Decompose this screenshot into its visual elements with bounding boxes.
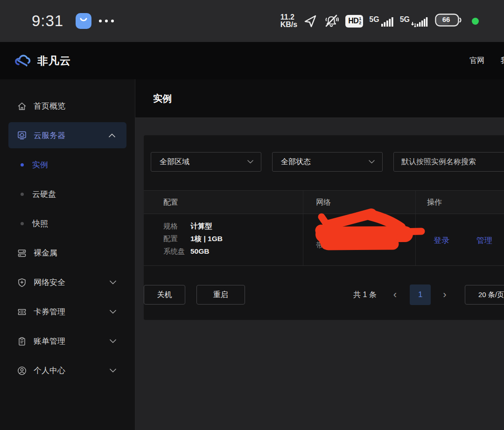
location-arrow-icon: [303, 14, 317, 28]
spec-value: 计算型: [190, 222, 212, 230]
chevron-down-icon: [110, 280, 116, 284]
page-number-button[interactable]: 1: [410, 284, 431, 305]
actions-cell: 登录 管理: [415, 214, 504, 265]
table-row: 规格计算型 配置1核 | 1GB 系统盘50GB 公网IP 带宽10Mbps 登…: [144, 214, 504, 266]
sidebar-item-coupons[interactable]: 卡券管理: [0, 297, 135, 326]
sidebar-item-label: 云硬盘: [32, 189, 56, 200]
public-ip-label: 公网IP: [316, 226, 338, 239]
cloud-server-icon: [17, 130, 27, 140]
network-cell: 公网IP 带宽10Mbps: [303, 214, 415, 265]
status-indicators: 11.2 KB/s HD 1 2 5G: [280, 0, 479, 42]
chevron-down-icon: [110, 339, 116, 343]
manage-link[interactable]: 管理: [476, 235, 492, 265]
signal-sim1: 5G: [369, 15, 393, 27]
recording-dot-icon: [472, 18, 479, 25]
filter-bar: 全部区域 全部状态: [151, 152, 504, 172]
sidebar-item-home[interactable]: 首页概览: [0, 91, 135, 121]
network-speed: 11.2 KB/s: [280, 14, 297, 29]
battery-level: 66: [435, 15, 457, 23]
page-title-band: 实例: [135, 79, 504, 118]
config-value: 1核 | 1GB: [190, 235, 223, 243]
sidebar-subitem-instances[interactable]: 实例: [0, 150, 135, 180]
app-header: 非凡云 官网 我: [0, 42, 504, 79]
home-icon: [17, 101, 27, 111]
brand: 非凡云: [14, 53, 71, 68]
sidebar-item-billing[interactable]: 账单管理: [0, 326, 135, 356]
total-count: 共 1 条: [353, 290, 377, 300]
sidebar-subitem-cloud-disk[interactable]: 云硬盘: [0, 180, 135, 209]
sig1-label: 5G: [369, 16, 379, 23]
hd-sim2: 2: [359, 21, 361, 25]
column-header-network: 网络: [303, 191, 415, 214]
disk-value: 50GB: [190, 247, 210, 255]
pagination: 共 1 条 ‹ 1 › 20 条/页: [353, 284, 504, 305]
ticket-icon: [17, 307, 27, 317]
config-label: 配置: [163, 232, 190, 245]
chevron-down-icon: [110, 368, 116, 373]
official-site-link[interactable]: 官网: [469, 56, 484, 66]
prev-page-chevron-icon[interactable]: ‹: [393, 290, 397, 300]
sidebar-item-label: 账单管理: [34, 336, 65, 347]
search-input[interactable]: [393, 152, 504, 172]
column-header-actions: 操作: [415, 191, 504, 214]
sidebar-item-bare-metal[interactable]: 裸金属: [0, 238, 135, 268]
signal-bars-activity-icon: [411, 15, 428, 27]
battery-indicator: 66: [435, 14, 462, 28]
speed-value: 11.2: [280, 14, 297, 21]
table-footer: 关机 重启 共 1 条 ‹ 1 › 20 条/页: [144, 284, 504, 305]
server-stack-icon: [17, 248, 27, 258]
header-partial-link[interactable]: 我: [501, 56, 504, 66]
sidebar-item-label: 个人中心: [34, 365, 65, 376]
brand-name: 非凡云: [37, 54, 71, 68]
sidebar-item-label: 网络安全: [34, 277, 65, 288]
ellipsis-icon: [99, 20, 114, 22]
signal-sim2: 5G: [400, 15, 428, 27]
disk-label: 系统盘: [163, 245, 190, 257]
next-page-chevron-icon[interactable]: ›: [443, 290, 446, 300]
bell-muted-icon: [323, 14, 339, 28]
sidebar-subitem-snapshot[interactable]: 快照: [0, 209, 135, 238]
bullet-dot-icon: [21, 193, 24, 196]
page-title: 实例: [153, 92, 172, 105]
cloud-logo-icon: [14, 53, 32, 68]
bullet-dot-icon: [21, 163, 24, 166]
sidebar-item-label: 实例: [32, 160, 48, 170]
sidebar-item-label: 裸金属: [34, 248, 57, 258]
table-header: 配置 网络 操作: [144, 190, 504, 214]
clipboard-icon: [17, 336, 27, 347]
sidebar-item-cloud-server[interactable]: 云服务器: [8, 122, 126, 148]
spec-label: 规格: [163, 220, 190, 232]
sidebar-item-label: 首页概览: [34, 101, 65, 111]
chevron-down-icon: [247, 160, 253, 164]
status-bar: 9:31 11.2 KB/s HD 1 2: [0, 0, 504, 42]
status-select-value: 全部状态: [281, 157, 311, 167]
login-link[interactable]: 登录: [434, 235, 449, 265]
smile-icon: [76, 13, 91, 29]
signal-bars-icon: [381, 15, 394, 27]
status-select[interactable]: 全部状态: [272, 152, 383, 172]
page-size-select[interactable]: 20 条/页: [465, 285, 504, 305]
speed-unit: KB/s: [280, 21, 297, 28]
user-circle-icon: [17, 366, 27, 376]
chevron-down-icon: [110, 310, 116, 314]
app-icon: [76, 13, 91, 29]
bandwidth-value: 10Mbps: [338, 241, 365, 249]
main-content: 实例 全部区域 全部状态 配置: [135, 79, 504, 430]
instance-panel: 全部区域 全部状态 配置 网络 操作: [144, 135, 504, 320]
hd-label: HD: [348, 17, 358, 25]
restart-button[interactable]: 重启: [196, 285, 245, 305]
sidebar-item-label: 云服务器: [34, 130, 65, 141]
shutdown-button[interactable]: 关机: [144, 285, 185, 305]
sidebar-item-network-security[interactable]: 网络安全: [0, 268, 135, 297]
region-select[interactable]: 全部区域: [151, 152, 261, 172]
config-cell: 规格计算型 配置1核 | 1GB 系统盘50GB: [144, 214, 303, 265]
sidebar-item-account[interactable]: 个人中心: [0, 356, 135, 385]
column-header-config: 配置: [144, 191, 303, 214]
sig2-label: 5G: [400, 16, 410, 23]
region-select-value: 全部区域: [160, 157, 189, 167]
hd-badge: HD 1 2: [345, 15, 363, 28]
sidebar: 首页概览 云服务器 实例 云硬盘 快照: [0, 79, 135, 430]
sidebar-item-label: 快照: [32, 218, 48, 229]
bandwidth-label: 带宽: [316, 239, 338, 251]
chevron-down-icon: [369, 160, 375, 164]
